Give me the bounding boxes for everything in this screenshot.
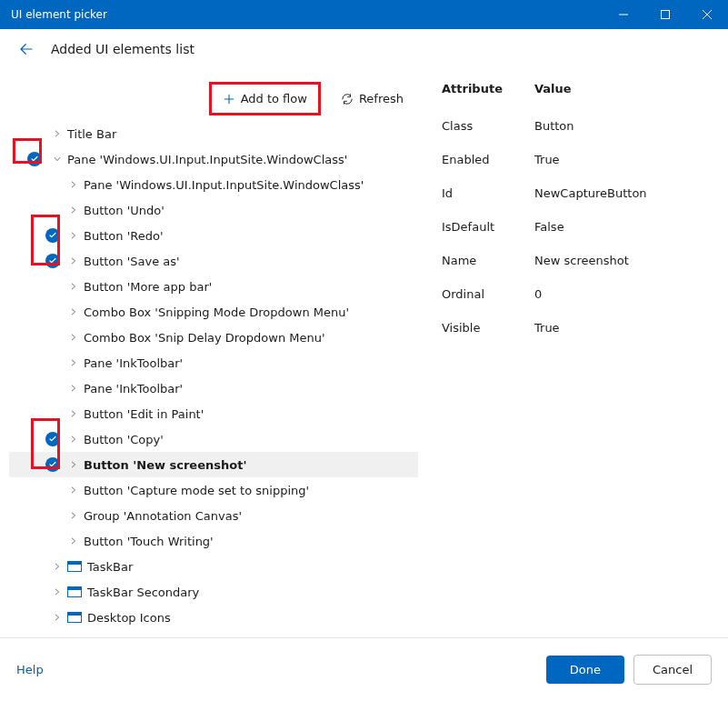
tree-item-label: Button 'Save as' <box>84 255 180 268</box>
tree-item-label: Combo Box 'Snipping Mode Dropdown Menu' <box>84 305 349 319</box>
attr-value: 0 <box>531 278 717 310</box>
checked-icon <box>45 432 60 446</box>
tree-row[interactable]: Pane 'InkToolbar' <box>9 350 418 376</box>
tree-item-label: Pane 'Windows.UI.Input.InputSite.WindowC… <box>84 178 364 192</box>
tree-item-label: Button 'Copy' <box>84 433 164 446</box>
add-to-flow-label: Add to flow <box>241 92 307 105</box>
attr-row: Ordinal0 <box>438 278 717 310</box>
tree-row[interactable]: Combo Box 'Snipping Mode Dropdown Menu' <box>9 299 418 325</box>
tree-row[interactable]: Combo Box 'Snip Delay Dropdown Menu' <box>9 325 418 350</box>
tree-item-label: Button 'Redo' <box>84 229 163 243</box>
window-icon <box>67 561 82 572</box>
attr-value: Button <box>531 110 717 142</box>
chevron-right-icon[interactable] <box>67 511 80 520</box>
refresh-button[interactable]: Refresh <box>332 86 413 111</box>
tree-row[interactable]: Button 'Touch Writing' <box>9 528 418 554</box>
attributes-table: Attribute Value ClassButtonEnabledTrueId… <box>436 73 719 345</box>
attr-key: Enabled <box>438 144 529 175</box>
window-icon <box>67 612 82 623</box>
chevron-right-icon[interactable] <box>51 129 64 138</box>
attr-row: ClassButton <box>438 110 717 142</box>
chevron-right-icon[interactable] <box>67 486 80 495</box>
attr-row: IdNewCaptureButton <box>438 177 717 209</box>
chevron-right-icon[interactable] <box>67 536 80 546</box>
chevron-right-icon[interactable] <box>67 307 80 316</box>
chevron-right-icon[interactable] <box>51 587 64 596</box>
tree-row[interactable]: Button 'Edit in Paint' <box>9 401 418 426</box>
attr-value: NewCaptureButton <box>531 177 717 209</box>
tree-row[interactable]: Button 'New screenshot' <box>9 452 418 477</box>
chevron-right-icon[interactable] <box>51 562 64 571</box>
chevron-right-icon[interactable] <box>67 282 80 291</box>
tree-item-label: Button 'New screenshot' <box>84 458 246 472</box>
cancel-button[interactable]: Cancel <box>633 655 712 685</box>
add-to-flow-button[interactable]: Add to flow <box>214 86 316 111</box>
attributes-pane: Attribute Value ClassButtonEnabledTrueId… <box>418 69 728 628</box>
tree-item-label: Group 'Annotation Canvas' <box>84 509 242 523</box>
checked-icon <box>27 152 42 166</box>
attr-value: New screenshot <box>531 245 717 276</box>
chevron-right-icon[interactable] <box>67 460 80 469</box>
tree-row[interactable]: Button 'Save as' <box>9 248 418 274</box>
tree-item-label: Button 'More app bar' <box>84 280 212 294</box>
chevron-right-icon[interactable] <box>67 358 80 367</box>
chevron-right-icon[interactable] <box>67 231 80 240</box>
chevron-right-icon[interactable] <box>67 435 80 444</box>
tree-row[interactable]: Group 'Annotation Canvas' <box>9 503 418 528</box>
tree-item-label: Button 'Capture mode set to snipping' <box>84 484 309 497</box>
tree-row[interactable]: TaskBar <box>9 554 418 579</box>
back-arrow-icon[interactable] <box>18 41 35 57</box>
chevron-right-icon[interactable] <box>67 180 80 189</box>
svg-rect-1 <box>662 11 670 19</box>
plus-icon <box>223 93 235 105</box>
chevron-right-icon[interactable] <box>67 256 80 265</box>
tree-item-label: TaskBar <box>87 560 133 574</box>
checked-icon <box>45 457 60 472</box>
window-icon <box>67 586 82 597</box>
attr-key: Name <box>438 245 529 276</box>
attr-key: Ordinal <box>438 278 529 310</box>
chevron-right-icon[interactable] <box>67 333 80 342</box>
tree-item-label: Button 'Undo' <box>84 204 165 217</box>
tree-row[interactable]: Button 'Redo' <box>9 223 418 248</box>
attr-value: True <box>531 312 717 344</box>
chevron-right-icon[interactable] <box>67 409 80 418</box>
tree-row[interactable]: Desktop Icons <box>9 605 418 628</box>
close-button[interactable] <box>686 0 728 29</box>
minimize-button[interactable] <box>603 0 644 29</box>
attr-key: Visible <box>438 312 529 344</box>
tree-row[interactable]: Pane 'Windows.UI.Input.InputSite.WindowC… <box>9 172 418 197</box>
tree-pane[interactable]: Add to flow Refresh Title BarPane 'Windo… <box>0 69 418 628</box>
tree-row[interactable]: Title Bar <box>9 121 418 146</box>
done-button[interactable]: Done <box>546 656 624 684</box>
chevron-right-icon[interactable] <box>51 613 64 622</box>
help-link[interactable]: Help <box>16 663 44 676</box>
tree-row[interactable]: Button 'More app bar' <box>9 274 418 299</box>
maximize-button[interactable] <box>644 0 686 29</box>
tree-row[interactable]: Pane 'Windows.UI.Input.InputSite.WindowC… <box>9 146 418 172</box>
tree-row[interactable]: Button 'Capture mode set to snipping' <box>9 477 418 503</box>
tree-item-label: Pane 'InkToolbar' <box>84 356 183 370</box>
tree-row[interactable]: TaskBar Secondary <box>9 579 418 605</box>
refresh-icon <box>341 93 354 105</box>
attr-key: IsDefault <box>438 211 529 243</box>
refresh-label: Refresh <box>359 92 404 105</box>
title-bar: UI element picker <box>0 0 728 29</box>
tree-row[interactable]: Button 'Undo' <box>9 197 418 223</box>
tree-item-label: Button 'Edit in Paint' <box>84 407 204 421</box>
tree-item-label: Combo Box 'Snip Delay Dropdown Menu' <box>84 331 325 345</box>
tree-row[interactable]: Pane 'InkToolbar' <box>9 376 418 401</box>
tree-item-label: Desktop Icons <box>87 611 171 625</box>
tree-item-label: Button 'Touch Writing' <box>84 535 214 548</box>
chevron-down-icon[interactable] <box>51 155 64 164</box>
tree-row[interactable]: Button 'Copy' <box>9 426 418 452</box>
main-content: Add to flow Refresh Title BarPane 'Windo… <box>0 69 728 628</box>
checked-icon <box>45 228 60 243</box>
window-title: UI element picker <box>11 8 107 21</box>
attr-row: NameNew screenshot <box>438 245 717 276</box>
page-header: Added UI elements list <box>0 29 728 69</box>
chevron-right-icon[interactable] <box>67 384 80 393</box>
attr-header-val: Value <box>531 75 717 108</box>
chevron-right-icon[interactable] <box>67 205 80 215</box>
tree-item-label: TaskBar Secondary <box>87 586 199 599</box>
